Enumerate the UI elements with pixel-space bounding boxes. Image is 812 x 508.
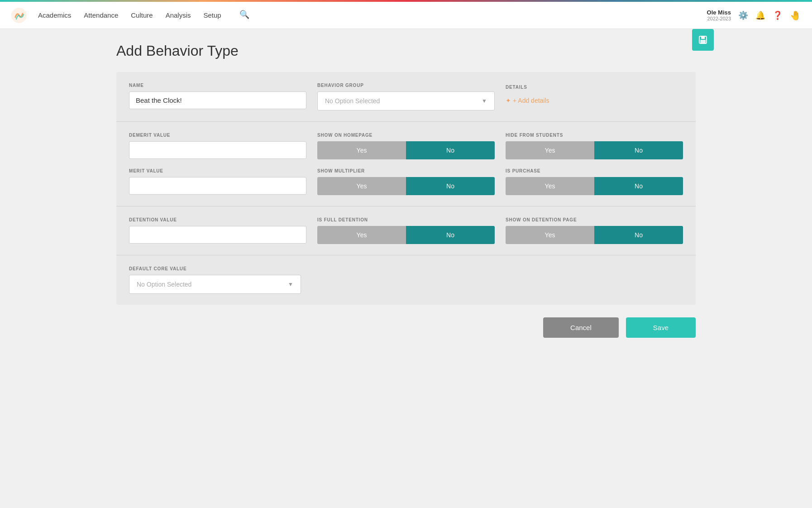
- default-core-field-group: DEFAULT CORE VALUE No Option Selected ▼: [129, 266, 301, 294]
- chevron-down-icon: ▼: [482, 98, 487, 104]
- page-title: Add Behavior Type: [116, 43, 696, 59]
- chevron-down-icon: ▼: [288, 281, 293, 288]
- nav-analysis[interactable]: Analysis: [166, 10, 191, 21]
- merit-label: MERIT VALUE: [129, 168, 306, 173]
- name-label: NAME: [129, 83, 306, 88]
- show-homepage-field-group: SHOW ON HOMEPAGE Yes No: [317, 133, 495, 159]
- nav-links: Academics Attendance Culture Analysis Se…: [38, 10, 707, 21]
- show-homepage-no-button[interactable]: No: [406, 141, 495, 159]
- nav-right: Ole Miss 2022-2023 ⚙️ 🔔 ❓ 🤚: [707, 9, 801, 21]
- gear-icon[interactable]: ⚙️: [738, 10, 748, 20]
- show-multiplier-label: SHOW MULTIPLIER: [317, 168, 495, 173]
- hide-students-field-group: HIDE FROM STUDENTS Yes No: [506, 133, 683, 159]
- merit-field-group: MERIT VALUE: [129, 168, 306, 195]
- show-homepage-toggle: Yes No: [317, 141, 495, 159]
- core-spacer-1: [312, 266, 492, 294]
- hand-icon[interactable]: 🤚: [790, 10, 801, 21]
- bottom-actions: Cancel Save: [116, 317, 696, 338]
- logo[interactable]: [11, 7, 27, 24]
- is-full-detention-yes-button[interactable]: Yes: [317, 226, 406, 244]
- behavior-group-field-group: BEHAVIOR GROUP No Option Selected ▼: [317, 83, 495, 110]
- nav-culture[interactable]: Culture: [131, 10, 153, 21]
- core-spacer-2: [503, 266, 683, 294]
- is-purchase-field-group: IS PURCHASE Yes No: [506, 168, 683, 195]
- save-button[interactable]: Save: [626, 317, 696, 338]
- top-row: NAME BEHAVIOR GROUP No Option Selected ▼: [129, 83, 683, 110]
- notification-icon[interactable]: 🔔: [755, 10, 765, 20]
- is-full-detention-no-button[interactable]: No: [406, 226, 495, 244]
- demerit-input[interactable]: [129, 141, 306, 159]
- detention-row: DETENTION VALUE IS FULL DETENTION Yes No…: [129, 217, 683, 244]
- is-purchase-toggle: Yes No: [506, 177, 683, 195]
- default-core-value: No Option Selected: [137, 281, 191, 288]
- show-multiplier-field-group: SHOW MULTIPLIER Yes No: [317, 168, 495, 195]
- show-multiplier-yes-button[interactable]: Yes: [317, 177, 406, 195]
- is-purchase-no-button[interactable]: No: [594, 177, 683, 195]
- section-middle: DEMERIT VALUE SHOW ON HOMEPAGE Yes No HI…: [116, 122, 696, 206]
- show-homepage-label: SHOW ON HOMEPAGE: [317, 133, 495, 138]
- nav-academics[interactable]: Academics: [38, 10, 71, 21]
- svg-rect-2: [701, 36, 705, 39]
- is-purchase-label: IS PURCHASE: [506, 168, 683, 173]
- detention-value-input[interactable]: [129, 226, 306, 244]
- show-multiplier-no-button[interactable]: No: [406, 177, 495, 195]
- svg-rect-3: [700, 40, 706, 43]
- middle-row-2: MERIT VALUE SHOW MULTIPLIER Yes No IS PU…: [129, 168, 683, 195]
- behavior-group-value: No Option Selected: [325, 97, 380, 105]
- is-full-detention-label: IS FULL DETENTION: [317, 217, 495, 222]
- details-label: DETAILS: [506, 85, 683, 90]
- nav-user-info: Ole Miss 2022-2023: [707, 9, 731, 21]
- section-top: NAME BEHAVIOR GROUP No Option Selected ▼: [116, 72, 696, 122]
- form-card: NAME BEHAVIOR GROUP No Option Selected ▼: [116, 72, 696, 305]
- show-detention-page-field-group: SHOW ON DETENTION PAGE Yes No: [506, 217, 683, 244]
- behavior-group-select-wrapper: No Option Selected ▼: [317, 91, 495, 110]
- main-content: Add Behavior Type NAME BEHAVIOR GROUP No…: [98, 29, 714, 356]
- details-field-group: DETAILS ✦ + Add details: [506, 83, 683, 110]
- detention-value-label: DETENTION VALUE: [129, 217, 306, 222]
- hide-students-label: HIDE FROM STUDENTS: [506, 133, 683, 138]
- show-detention-page-label: SHOW ON DETENTION PAGE: [506, 217, 683, 222]
- top-save-button[interactable]: [692, 29, 714, 51]
- nav-setup[interactable]: Setup: [203, 10, 221, 21]
- default-core-select[interactable]: No Option Selected ▼: [129, 275, 301, 294]
- show-multiplier-toggle: Yes No: [317, 177, 495, 195]
- is-purchase-yes-button[interactable]: Yes: [506, 177, 594, 195]
- hide-students-no-button[interactable]: No: [594, 141, 683, 159]
- section-detention: DETENTION VALUE IS FULL DETENTION Yes No…: [116, 206, 696, 255]
- core-row: DEFAULT CORE VALUE No Option Selected ▼: [129, 266, 683, 294]
- nav-attendance[interactable]: Attendance: [84, 10, 118, 21]
- section-core: DEFAULT CORE VALUE No Option Selected ▼: [116, 255, 696, 305]
- help-icon[interactable]: ❓: [773, 10, 783, 20]
- demerit-field-group: DEMERIT VALUE: [129, 133, 306, 159]
- is-full-detention-toggle: Yes No: [317, 226, 495, 244]
- demerit-label: DEMERIT VALUE: [129, 133, 306, 138]
- hide-students-toggle: Yes No: [506, 141, 683, 159]
- default-core-label: DEFAULT CORE VALUE: [129, 266, 301, 271]
- behavior-group-select[interactable]: No Option Selected ▼: [317, 91, 495, 110]
- plus-icon: ✦: [506, 97, 511, 104]
- default-core-select-wrapper: No Option Selected ▼: [129, 275, 301, 294]
- search-icon[interactable]: 🔍: [239, 10, 249, 21]
- navbar: Academics Attendance Culture Analysis Se…: [0, 2, 812, 29]
- is-full-detention-field-group: IS FULL DETENTION Yes No: [317, 217, 495, 244]
- middle-row-1: DEMERIT VALUE SHOW ON HOMEPAGE Yes No HI…: [129, 133, 683, 159]
- add-details-text: + Add details: [513, 97, 549, 104]
- show-detention-page-yes-button[interactable]: Yes: [506, 226, 594, 244]
- name-input[interactable]: [129, 91, 306, 109]
- nav-user-year: 2022-2023: [707, 16, 731, 21]
- behavior-group-label: BEHAVIOR GROUP: [317, 83, 495, 88]
- cancel-button[interactable]: Cancel: [543, 317, 619, 338]
- show-detention-page-no-button[interactable]: No: [594, 226, 683, 244]
- merit-input[interactable]: [129, 177, 306, 195]
- nav-user-name: Ole Miss: [707, 9, 731, 16]
- detention-value-field-group: DETENTION VALUE: [129, 217, 306, 244]
- name-field-group: NAME: [129, 83, 306, 110]
- show-homepage-yes-button[interactable]: Yes: [317, 141, 406, 159]
- add-details-link[interactable]: ✦ + Add details: [506, 93, 683, 104]
- hide-students-yes-button[interactable]: Yes: [506, 141, 594, 159]
- show-detention-page-toggle: Yes No: [506, 226, 683, 244]
